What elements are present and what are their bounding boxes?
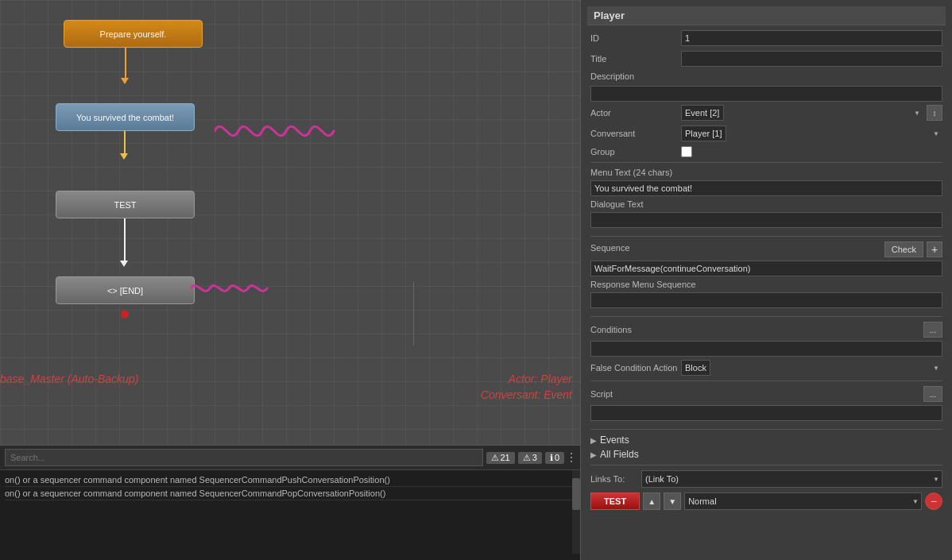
links-to-select[interactable]: (Link To) [641,470,942,488]
node-end[interactable]: <> [END] [56,276,195,304]
menu-text-label: Menu Text (24 chars) [590,168,942,177]
false-condition-label: False Condition Action [590,363,678,373]
actor-label: Actor [590,108,678,118]
node-test[interactable]: TEST [56,191,195,218]
search-input[interactable] [5,449,483,466]
links-to-select-wrapper: (Link To) [641,470,942,488]
check-button[interactable]: Check [884,241,923,257]
scrollbar-thumb[interactable] [572,478,580,510]
actor-up-down-btn[interactable]: ↕ [927,105,942,121]
node-survived[interactable]: You survived the combat! [56,103,195,131]
red-dot [121,311,129,319]
conditions-input[interactable] [590,341,942,357]
menu-text-input[interactable] [590,180,942,196]
divider-4 [590,380,942,381]
false-condition-row: False Condition Action Block [590,360,942,376]
false-condition-select[interactable]: Block [681,360,710,376]
badge-info[interactable]: ℹ 0 [545,452,564,464]
conditions-row: Conditions ... [590,322,942,338]
right-panel: Player ID Title Description Actor [580,0,952,560]
links-to-row: Links To: (Link To) [590,470,942,488]
warning-icon: ⚠ [491,453,499,463]
node-prepare[interactable]: Prepare yourself. [64,20,203,48]
connector-1 [125,48,126,79]
canvas-area[interactable]: Prepare yourself. You survived the comba… [0,0,580,560]
vertical-divider [413,282,414,346]
response-menu-seq-label: Response Menu Sequence [590,280,942,289]
link-remove-button[interactable]: − [925,492,942,510]
actor-row: Actor Event [2] ↕ [590,105,942,121]
all-fields-collapse[interactable]: ▶ All Fields [590,449,942,460]
conversant-select[interactable]: Player [1] [681,126,726,141]
sequence-row: Sequence Check + [590,241,942,257]
badge-error[interactable]: ⚠ 3 [518,452,542,464]
script-input[interactable] [590,405,942,421]
group-label: Group [590,147,678,156]
normal-select[interactable]: Normal [684,492,922,510]
script-dots-button[interactable]: ... [923,386,942,402]
bottom-panel: ⚠ 21 ⚠ 3 ℹ 0 on() o [0,445,580,560]
links-to-label: Links To: [590,474,638,484]
canvas-overlay-backup: base_Master (Auto-Backup) [0,373,138,385]
canvas-overlay-actor: Actor: Player [509,373,572,385]
id-input[interactable] [681,30,942,46]
script-row: Script ... [590,386,942,402]
description-row: Description [590,71,942,81]
divider-5 [590,429,942,430]
group-row: Group [590,146,942,157]
title-row: Title [590,51,942,67]
squiggle-decoration-2 [191,276,286,300]
response-menu-seq-input[interactable] [590,292,942,308]
badge-warning[interactable]: ⚠ 21 [486,452,515,464]
conversant-row: Conversant Player [1] [590,126,942,141]
sequence-add-button[interactable]: + [927,241,942,257]
dialogue-text-input[interactable] [590,212,942,228]
log-area: on() or a sequencer command component na… [0,470,580,550]
divider-6 [590,465,942,465]
link-up-button[interactable]: ▲ [643,492,660,510]
link-node-row: TEST ▲ ▼ Normal − [590,492,942,510]
events-collapse[interactable]: ▶ Events [590,434,942,446]
connector-3 [124,218,126,262]
squiggle-decoration [215,111,342,151]
events-collapse-icon: ▶ [590,436,597,445]
link-down-button[interactable]: ▼ [664,492,681,510]
bottom-toolbar: ⚠ 21 ⚠ 3 ℹ 0 [0,446,580,470]
connector-2 [124,131,126,155]
player-header: Player [587,6,946,25]
actor-select[interactable]: Event [2] [681,105,724,121]
divider-3 [590,316,942,317]
group-checkbox[interactable] [681,146,692,157]
log-line-2: on() or a sequencer command component na… [5,487,575,500]
normal-select-wrapper: Normal [684,492,922,510]
title-label: Title [590,54,678,64]
sequence-input[interactable] [590,261,942,276]
false-condition-select-wrapper: Block [681,360,942,376]
scrollbar-track[interactable] [572,470,580,554]
arrowhead-2 [120,153,128,160]
id-label: ID [590,33,678,43]
actor-select-wrapper: Event [2] [681,105,923,121]
error-icon: ⚠ [523,453,531,463]
info-icon: ℹ [550,453,553,463]
log-line-1: on() or a sequencer command component na… [5,473,575,487]
title-input[interactable] [681,51,942,67]
link-node-button[interactable]: TEST [590,492,640,510]
divider-2 [590,236,942,237]
conversant-select-wrapper: Player [1] [681,126,942,141]
description-input[interactable] [590,86,942,102]
conversant-label: Conversant [590,129,678,138]
dialogue-text-label: Dialogue Text [590,199,942,209]
all-fields-collapse-icon: ▶ [590,450,597,459]
conditions-dots-button[interactable]: ... [923,322,942,338]
arrowhead-1 [121,78,129,84]
canvas-overlay-conversant: Conversant: Event [481,388,572,401]
arrowhead-3 [120,261,128,267]
divider-1 [590,162,942,163]
id-row: ID [590,30,942,46]
description-label: Description [590,71,678,81]
